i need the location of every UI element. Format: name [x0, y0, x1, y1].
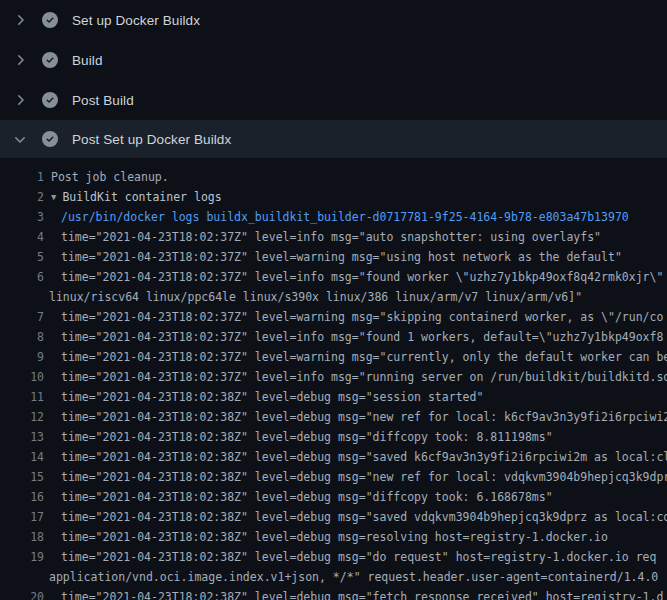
log-text-wrapper: time="2021-04-23T18:02:37Z" level=warnin… [44, 347, 667, 367]
log-line-13: 13time="2021-04-23T18:02:38Z" level=debu… [0, 427, 667, 447]
log-line-3: 3/usr/bin/docker logs buildx_buildkit_bu… [0, 207, 667, 227]
log-text: time="2021-04-23T18:02:38Z" level=debug … [61, 510, 667, 524]
log-text: time="2021-04-23T18:02:38Z" level=debug … [61, 490, 553, 504]
log-text: linux/riscv64 linux/ppc64le linux/s390x … [49, 290, 582, 304]
log-text-wrapper: time="2021-04-23T18:02:38Z" level=debug … [44, 447, 667, 467]
step-label: Post Set up Docker Buildx [72, 132, 231, 147]
log-line-7: 7time="2021-04-23T18:02:37Z" level=warni… [0, 307, 667, 327]
step-row-post-build[interactable]: Post Build [0, 80, 667, 120]
line-number[interactable]: 2 [0, 187, 44, 207]
log-text: time="2021-04-23T18:02:37Z" level=info m… [61, 230, 601, 244]
log-text: time="2021-04-23T18:02:37Z" level=info m… [61, 330, 663, 344]
step-row-post-set-up-docker-buildx[interactable]: Post Set up Docker Buildx [0, 120, 667, 158]
log-text-wrapper: time="2021-04-23T18:02:38Z" level=debug … [44, 587, 663, 600]
chevron-right-icon[interactable] [12, 52, 28, 68]
check-circle-icon [42, 12, 58, 28]
line-number[interactable]: 1 [0, 167, 44, 187]
log-text: time="2021-04-23T18:02:38Z" level=debug … [61, 550, 656, 564]
log-text: time="2021-04-23T18:02:38Z" level=debug … [61, 390, 483, 404]
log-text: time="2021-04-23T18:02:38Z" level=debug … [61, 470, 667, 484]
log-line-continuation: linux/riscv64 linux/ppc64le linux/s390x … [0, 287, 667, 307]
step-label: Build [72, 53, 103, 68]
log-text-wrapper: time="2021-04-23T18:02:38Z" level=debug … [44, 507, 667, 527]
log-text: time="2021-04-23T18:02:37Z" level=warnin… [61, 310, 663, 324]
actions-log-panel: Set up Docker BuildxBuildPost BuildPost … [0, 0, 667, 600]
log-text-wrapper: time="2021-04-23T18:02:38Z" level=debug … [44, 407, 667, 427]
line-number[interactable]: 16 [0, 487, 44, 507]
line-number[interactable]: 10 [0, 367, 44, 387]
log-text: time="2021-04-23T18:02:37Z" level=info m… [61, 270, 663, 284]
log-text-wrapper: time="2021-04-23T18:02:38Z" level=debug … [44, 467, 667, 487]
line-number[interactable]: 7 [0, 307, 44, 327]
log-line-1: 1Post job cleanup. [0, 167, 667, 187]
log-text-wrapper: time="2021-04-23T18:02:38Z" level=debug … [44, 547, 656, 567]
log-text: time="2021-04-23T18:02:37Z" level=info m… [61, 370, 667, 384]
log-line-11: 11time="2021-04-23T18:02:38Z" level=debu… [0, 387, 667, 407]
log-line-16: 16time="2021-04-23T18:02:38Z" level=debu… [0, 487, 667, 507]
check-circle-icon [42, 52, 58, 68]
log-viewer: 1Post job cleanup.2▼BuildKit container l… [0, 158, 667, 600]
log-text: time="2021-04-23T18:02:38Z" level=debug … [61, 410, 667, 424]
log-line-continuation: application/vnd.oci.image.index.v1+json,… [0, 567, 667, 587]
line-number[interactable]: 20 [0, 587, 44, 600]
line-number[interactable]: 9 [0, 347, 44, 367]
line-number[interactable]: 17 [0, 507, 44, 527]
log-text-wrapper: time="2021-04-23T18:02:37Z" level=info m… [44, 227, 601, 247]
log-text-wrapper: time="2021-04-23T18:02:37Z" level=info m… [44, 367, 667, 387]
log-text-wrapper: time="2021-04-23T18:02:38Z" level=debug … [44, 527, 608, 547]
chevron-right-icon[interactable] [12, 92, 28, 108]
log-command-text[interactable]: /usr/bin/docker logs buildx_buildkit_bui… [61, 210, 629, 224]
line-number[interactable]: 12 [0, 407, 44, 427]
log-line-17: 17time="2021-04-23T18:02:38Z" level=debu… [0, 507, 667, 527]
line-number[interactable]: 6 [0, 267, 44, 287]
step-label: Post Build [72, 93, 134, 108]
log-text: application/vnd.oci.image.index.v1+json,… [49, 570, 658, 584]
line-number[interactable]: 18 [0, 527, 44, 547]
line-number [0, 567, 44, 587]
chevron-down-icon[interactable] [12, 131, 28, 147]
log-text-wrapper: application/vnd.oci.image.index.v1+json,… [44, 567, 658, 587]
line-number[interactable]: 15 [0, 467, 44, 487]
log-line-18: 18time="2021-04-23T18:02:38Z" level=debu… [0, 527, 667, 547]
log-line-9: 9time="2021-04-23T18:02:37Z" level=warni… [0, 347, 667, 367]
step-row-set-up-docker-buildx[interactable]: Set up Docker Buildx [0, 0, 667, 40]
line-number[interactable]: 8 [0, 327, 44, 347]
log-text-wrapper: ▼BuildKit container logs [44, 187, 222, 207]
log-text: time="2021-04-23T18:02:37Z" level=warnin… [61, 350, 667, 364]
line-number [0, 287, 44, 307]
line-number[interactable]: 4 [0, 227, 44, 247]
log-text: time="2021-04-23T18:02:38Z" level=debug … [61, 450, 667, 464]
log-text-wrapper: time="2021-04-23T18:02:37Z" level=info m… [44, 327, 663, 347]
line-number[interactable]: 19 [0, 547, 44, 567]
log-text-wrapper: time="2021-04-23T18:02:38Z" level=debug … [44, 487, 553, 507]
log-group-toggle-icon[interactable]: ▼ [51, 187, 56, 207]
step-list: Set up Docker BuildxBuildPost BuildPost … [0, 0, 667, 158]
log-text-wrapper: time="2021-04-23T18:02:37Z" level=info m… [44, 267, 663, 287]
log-text-wrapper: time="2021-04-23T18:02:37Z" level=warnin… [44, 247, 622, 267]
log-text: time="2021-04-23T18:02:38Z" level=debug … [61, 530, 608, 544]
step-row-build[interactable]: Build [0, 40, 667, 80]
log-text-wrapper: time="2021-04-23T18:02:38Z" level=debug … [44, 427, 553, 447]
log-line-8: 8time="2021-04-23T18:02:37Z" level=info … [0, 327, 667, 347]
log-line-15: 15time="2021-04-23T18:02:38Z" level=debu… [0, 467, 667, 487]
log-line-20: 20time="2021-04-23T18:02:38Z" level=debu… [0, 587, 667, 600]
log-line-14: 14time="2021-04-23T18:02:38Z" level=debu… [0, 447, 667, 467]
check-circle-icon [42, 131, 58, 147]
log-text: time="2021-04-23T18:02:38Z" level=debug … [61, 590, 663, 600]
log-text-wrapper: /usr/bin/docker logs buildx_buildkit_bui… [44, 207, 629, 227]
log-text-wrapper: time="2021-04-23T18:02:38Z" level=debug … [44, 387, 483, 407]
line-number[interactable]: 3 [0, 207, 44, 227]
chevron-right-icon[interactable] [12, 12, 28, 28]
log-line-19: 19time="2021-04-23T18:02:38Z" level=debu… [0, 547, 667, 567]
log-text-wrapper: linux/riscv64 linux/ppc64le linux/s390x … [44, 287, 582, 307]
log-line-4: 4time="2021-04-23T18:02:37Z" level=info … [0, 227, 667, 247]
log-text-wrapper: time="2021-04-23T18:02:37Z" level=warnin… [44, 307, 663, 327]
log-line-10: 10time="2021-04-23T18:02:37Z" level=info… [0, 367, 667, 387]
line-number[interactable]: 14 [0, 447, 44, 467]
line-number[interactable]: 5 [0, 247, 44, 267]
line-number[interactable]: 11 [0, 387, 44, 407]
log-text: Post job cleanup. [51, 170, 169, 184]
log-text: time="2021-04-23T18:02:37Z" level=warnin… [61, 250, 622, 264]
line-number[interactable]: 13 [0, 427, 44, 447]
log-text: time="2021-04-23T18:02:38Z" level=debug … [61, 430, 553, 444]
